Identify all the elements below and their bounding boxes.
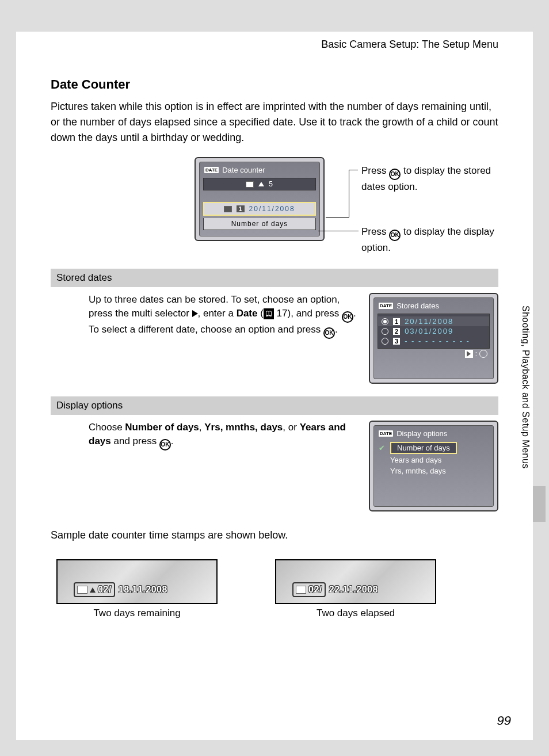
ok-button-icon: OK xyxy=(342,311,353,323)
display-options-text: Choose Number of days, Yrs, mnths, days,… xyxy=(89,421,360,511)
sample-image: 02/ 22.11.2008 xyxy=(275,559,436,604)
sample-elapsed: 02/ 22.11.2008 Two days elapsed xyxy=(275,559,436,619)
page-number: 99 xyxy=(497,713,511,728)
right-arrow-icon xyxy=(192,310,198,317)
triangle-up-icon xyxy=(90,587,96,593)
display-options-bar: Display options xyxy=(51,396,498,415)
radio-icon xyxy=(382,338,388,345)
sample-image: 02/ 18.11.2008 xyxy=(56,559,218,604)
date-badge-icon: DATE xyxy=(379,430,393,437)
ok-button-icon: OK xyxy=(159,439,171,450)
stored-date-item: 3 - - - - - - - - - - xyxy=(378,336,489,346)
display-options-row: Choose Number of days, Yrs, mnths, days,… xyxy=(51,421,498,520)
page-header: Basic Camera Setup: The Setup Menu xyxy=(51,39,498,51)
triangle-up-icon xyxy=(258,182,264,186)
lcd-display-options: DATE Display options ✔ Number of days Ye… xyxy=(369,421,498,511)
manual-ref-icon: 🕮 xyxy=(264,308,274,319)
counter-icon xyxy=(246,181,254,188)
date-row-icon xyxy=(224,206,232,212)
display-option-item: Years and days xyxy=(378,455,490,465)
stored-dates-text: Up to three dates can be stored. To set,… xyxy=(89,293,360,384)
sample-intro: Sample date counter time stamps are show… xyxy=(51,528,498,543)
date-counter-diagram: DATE Date counter 5 1 20/11/2008 Number … xyxy=(51,157,498,261)
lcd-title: Display options xyxy=(396,429,447,438)
date-badge-icon: DATE xyxy=(379,303,393,309)
radio-icon xyxy=(382,328,388,335)
stored-date-item: 2 03/01/2009 xyxy=(378,326,489,336)
stored-dates-row: Up to three dates can be stored. To set,… xyxy=(51,293,498,392)
manual-page: Basic Camera Setup: The Setup Menu Date … xyxy=(0,0,549,756)
intro-paragraph: Pictures taken while this option is in e… xyxy=(51,99,498,146)
sample-caption: Two days remaining xyxy=(56,608,218,619)
num-badge-1: 1 xyxy=(237,205,244,212)
stamp-icon xyxy=(296,586,306,594)
callout-display-option: Press OK to display the display option. xyxy=(361,225,498,255)
lcd-title: Stored dates xyxy=(396,301,439,310)
play-icon xyxy=(465,350,473,358)
lcd-row-number-of-days: Number of days xyxy=(203,218,316,230)
lcd-row-date-selected: 1 20/11/2008 xyxy=(203,202,316,216)
lcd-date-counter: DATE Date counter 5 1 20/11/2008 Number … xyxy=(195,157,325,241)
stamp-icon xyxy=(77,586,87,594)
lcd-title: Date counter xyxy=(222,166,265,174)
confirm-icon xyxy=(479,350,487,358)
sample-remaining: 02/ 18.11.2008 Two days remaining xyxy=(56,559,218,619)
callout-line xyxy=(326,217,349,218)
sample-caption: Two days elapsed xyxy=(275,608,436,619)
section-title: Date Counter xyxy=(51,77,498,92)
lcd-stored-dates: DATE Stored dates 1 20/11/2008 2 03/01/2… xyxy=(369,293,498,384)
ok-button-icon: OK xyxy=(389,230,401,241)
sample-row: 02/ 18.11.2008 Two days remaining 02/ 22… xyxy=(51,555,498,619)
stored-date-item: 1 20/11/2008 xyxy=(378,316,489,326)
callout-line xyxy=(349,170,349,217)
ok-button-icon: OK xyxy=(323,327,335,339)
stored-dates-bar: Stored dates xyxy=(51,269,498,287)
ok-button-icon: OK xyxy=(389,169,401,180)
callout-line xyxy=(349,170,358,170)
side-tab-label: Shooting, Playback and Setup Menus xyxy=(518,301,533,474)
display-option-item: Yrs, mnths, days xyxy=(378,465,490,476)
side-tab-marker xyxy=(533,486,546,522)
date-badge-icon: DATE xyxy=(204,167,219,173)
callout-stored-dates: Press OK to display the stored dates opt… xyxy=(361,164,498,194)
radio-selected-icon xyxy=(382,318,388,325)
callout-line xyxy=(318,231,359,231)
display-option-item: ✔ Number of days xyxy=(378,441,490,455)
check-icon: ✔ xyxy=(379,445,386,452)
lcd-row-counter: 5 xyxy=(203,178,316,190)
